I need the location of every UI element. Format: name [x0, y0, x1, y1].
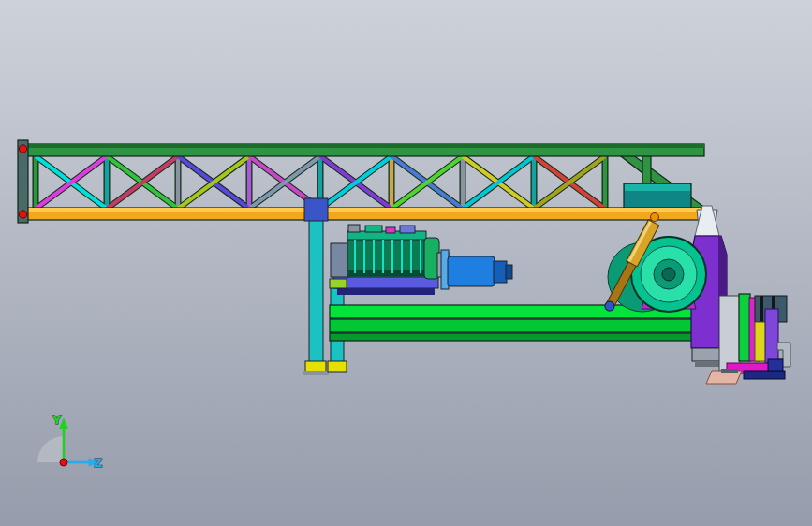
engine-top-detail-gray[interactable] — [348, 225, 360, 232]
truss-bottom-chord-light — [26, 208, 702, 212]
power-head-assembly[interactable] — [706, 294, 790, 384]
winch-hub[interactable] — [662, 268, 675, 281]
engine-foot-bracket[interactable] — [330, 279, 347, 288]
truss-tail-post[interactable] — [642, 154, 651, 186]
engine-mount-rail[interactable] — [337, 288, 435, 295]
hinge-pin-top[interactable] — [19, 145, 26, 153]
head-slab-yellow[interactable] — [755, 322, 766, 361]
head-block-stripe-1 — [760, 296, 763, 322]
cylinder-top-pin[interactable] — [651, 213, 659, 222]
cad-viewport[interactable]: Y Z — [0, 0, 812, 526]
engine-top-detail-blue[interactable] — [400, 226, 415, 233]
hinge-pin-bottom[interactable] — [19, 211, 26, 218]
column-foot[interactable] — [305, 361, 326, 372]
tail-box-top-face[interactable] — [625, 184, 690, 191]
hydraulic-motor-body[interactable] — [448, 256, 495, 286]
y-axis-label: Y — [52, 413, 62, 427]
engine-top-detail-teal[interactable] — [365, 226, 382, 232]
model-canvas[interactable]: Y Z — [0, 0, 812, 526]
z-axis-label: Z — [94, 456, 102, 470]
engine-top-detail-magenta[interactable] — [386, 227, 395, 233]
hydraulic-motor-tip[interactable] — [506, 265, 512, 279]
column-base-pad[interactable] — [303, 371, 329, 375]
engine-left-bracket[interactable] — [331, 243, 349, 277]
head-base-navy[interactable] — [744, 371, 785, 379]
head-plate-gray[interactable] — [719, 296, 740, 371]
head-block-navy[interactable] — [768, 359, 783, 371]
hydraulic-motor-cap[interactable] — [494, 261, 507, 283]
origin-x-dot — [60, 459, 67, 466]
column-shaft[interactable] — [309, 219, 323, 363]
head-slab-green[interactable] — [739, 294, 750, 361]
head-under-pad — [721, 369, 738, 373]
rear-leg-foot[interactable] — [328, 361, 347, 372]
column-top-plate[interactable] — [304, 198, 328, 221]
engine-block-sump — [348, 270, 425, 276]
frame-rail-low[interactable] — [330, 333, 740, 341]
truss-top-chord-shade — [26, 144, 704, 148]
head-slab-purple[interactable] — [765, 309, 778, 363]
frame-rail-mid[interactable] — [330, 319, 740, 332]
